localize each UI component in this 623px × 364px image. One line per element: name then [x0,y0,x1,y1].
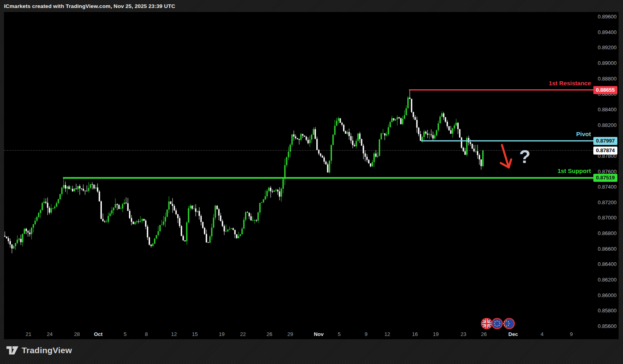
price-tag-pivot: 0.87997 [593,137,617,145]
price-axis-tick: 0.89200 [589,44,617,51]
time-axis-tick: 9 [364,331,367,338]
time-axis-tick: 16 [412,331,418,338]
time-axis-tick: Nov [314,331,324,338]
price-tag-1st-resistance: 0.88655 [593,86,617,94]
price-axis-tick: 0.89400 [589,29,617,36]
time-axis-tick: 5 [338,331,340,338]
price-axis-tick: 0.89600 [589,14,617,20]
time-axis-tick: 26 [481,331,487,338]
time-axis-tick: 19 [433,331,439,338]
price-axis-tick: 0.85600 [589,323,617,330]
level-label-pivot: Pivot [576,131,591,138]
uk-flag-icon[interactable] [481,318,492,329]
time-axis-tick: 29 [287,331,293,338]
price-axis-tick: 0.86600 [589,246,617,252]
time-axis-tick: 22 [240,331,246,338]
time-axis-tick: 21 [26,331,31,338]
time-axis-tick: 5 [123,331,126,338]
time-axis-tick: 24 [47,331,53,338]
question-mark-annotation[interactable]: ? [519,147,530,166]
time-axis-tick: 12 [171,331,177,338]
time-axis-tick: 12 [384,331,390,338]
price-axis-tick: 0.87200 [589,199,617,206]
time-axis-tick: 8 [145,331,148,338]
time-axis-tick: 15 [192,331,198,338]
tradingview-logo-text: TradingView [22,346,72,355]
price-axis-tick: 0.88400 [589,107,617,113]
price-axis-tick: 0.86000 [589,292,617,299]
time-axis-tick: Oct [94,331,103,338]
price-axis-tick: 0.86800 [589,230,617,237]
time-axis-tick: 23 [461,331,466,338]
time-axis-tick: 26 [267,331,272,338]
time-axis-tick: 4 [540,331,543,338]
price-axis-tick: 0.86400 [589,261,617,267]
time-axis-tick: 19 [219,331,225,338]
level-label-1st-support: 1st Support [558,167,591,175]
time-axis-tick: 9 [570,331,572,338]
price-axis-tick: 0.86200 [589,277,617,283]
economic-event-icons[interactable] [481,318,517,330]
price-tag-1st-support: 0.87519 [593,174,617,182]
time-axis-tick: Dec [508,331,518,338]
last-price-tag: 0.87874 [593,147,617,155]
price-axis-tick: 0.89000 [589,60,617,66]
tradingview-logo[interactable]: TradingView [6,345,72,356]
eu-flag-icon[interactable] [492,318,502,329]
level-label-1st-resistance: 1st Resistance [549,80,591,87]
chart-title: ICmarkets created with TradingView.com, … [4,2,175,11]
time-axis-tick: 28 [74,331,80,338]
chart-plot-area[interactable] [4,12,619,339]
tradingview-logo-icon [6,345,18,356]
price-axis-tick: 0.87400 [589,184,617,190]
price-axis-tick: 0.87000 [589,215,617,221]
price-axis-tick: 0.88800 [589,76,617,82]
price-axis-tick: 0.88200 [589,122,617,129]
eu-flag-icon[interactable] [503,318,514,329]
price-axis-tick: 0.85800 [589,308,617,314]
